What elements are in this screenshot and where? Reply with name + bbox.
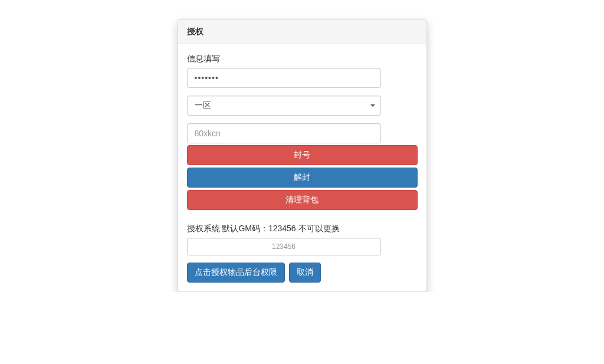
panel-heading: 授权 (178, 20, 426, 44)
unban-button[interactable]: 解封 (187, 168, 418, 188)
zone-select-value: 一区 (187, 96, 381, 116)
gm-code-input[interactable] (187, 238, 381, 255)
panel-title: 授权 (187, 27, 203, 36)
ban-button[interactable]: 封号 (187, 145, 418, 165)
info-label: 信息填写 (187, 53, 220, 65)
username-input[interactable] (187, 123, 381, 143)
authorize-button[interactable]: 点击授权物品后台权限 (187, 263, 285, 283)
cancel-button[interactable]: 取消 (289, 263, 321, 283)
zone-select[interactable]: 一区 (187, 96, 381, 116)
clear-bag-button[interactable]: 清理背包 (187, 190, 418, 210)
password-input[interactable] (187, 68, 381, 88)
auth-system-label: 授权系统 默认GM码：123456 不可以更换 (187, 223, 340, 235)
panel-body: 信息填写 一区 封号 解封 清理背包 授权系统 默认GM码：123456 不可以… (178, 44, 426, 291)
auth-panel: 授权 信息填写 一区 封号 解封 清理背包 授权系统 默认GM码：123456 … (178, 19, 427, 292)
